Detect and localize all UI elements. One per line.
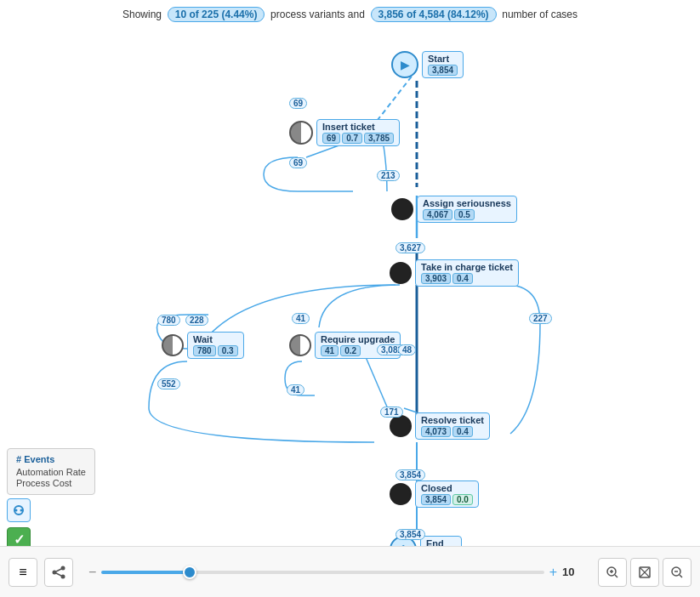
zoom-in-icon xyxy=(606,566,619,579)
start-node[interactable]: ▶ Start 3,854 xyxy=(391,51,464,78)
legend-item-1: Process Cost xyxy=(16,478,86,488)
svg-line-21 xyxy=(615,575,617,577)
edge-label-228: 228 xyxy=(185,315,208,326)
svg-point-15 xyxy=(61,574,65,578)
assign-seriousness-node[interactable]: Assign seriousness 4,067 0.5 xyxy=(391,196,517,223)
edges-svg xyxy=(0,26,700,537)
edge-label-3854a: 3,854 xyxy=(396,469,425,480)
edge-label-41a: 41 xyxy=(292,313,310,324)
zoom-controls xyxy=(598,558,691,587)
menu-button[interactable]: ≡ xyxy=(9,558,37,587)
slider-value: 10 xyxy=(562,566,583,578)
legend-box: # Events Automation Rate Process Cost xyxy=(7,448,95,495)
closed-node[interactable]: Closed 3,854 0.0 xyxy=(390,480,479,508)
svg-point-13 xyxy=(53,570,57,574)
resolve-ticket-node[interactable]: Resolve ticket 4,073 0.4 xyxy=(390,412,490,440)
edge-label-171: 171 xyxy=(380,407,403,418)
edge-label-780: 780 xyxy=(157,315,180,326)
process-variants-text: process variants and xyxy=(270,9,365,20)
zoom-in-button[interactable] xyxy=(598,558,627,587)
graph-button[interactable] xyxy=(44,558,73,587)
svg-point-11 xyxy=(15,509,18,512)
edge-label-3627: 3,627 xyxy=(396,242,425,253)
svg-line-17 xyxy=(56,573,61,576)
edge-label-213: 213 xyxy=(377,170,400,181)
edge-label-48: 48 xyxy=(398,344,416,355)
slider-max-label: + xyxy=(549,565,557,580)
menu-icon: ≡ xyxy=(19,565,26,580)
graph-icon xyxy=(51,565,66,580)
slider-container[interactable]: − + 10 xyxy=(80,565,591,580)
legend-title: # Events xyxy=(16,454,86,464)
process-map-canvas: ▶ Start 3,854 Insert ticket 69 0.7 3,785… xyxy=(0,26,700,537)
edge-label-227: 227 xyxy=(529,313,552,324)
zoom-reset-button[interactable] xyxy=(630,558,659,587)
edge-label-552: 552 xyxy=(157,378,180,389)
wait-node[interactable]: Wait 780 0.3 xyxy=(162,332,244,359)
edge-label-41b: 41 xyxy=(287,384,304,395)
edge-label-3854b: 3,854 xyxy=(396,529,425,540)
variants-badge: 10 of 225 (4.44%) xyxy=(168,7,265,22)
insert-ticket-node[interactable]: Insert ticket 69 0.7 3,785 xyxy=(289,119,400,146)
svg-line-16 xyxy=(56,569,61,571)
top-bar: Showing 10 of 225 (4.44%) process varian… xyxy=(0,7,700,22)
take-in-charge-node[interactable]: Take in charge ticket 3,903 0.4 xyxy=(390,259,519,287)
zoom-out-button[interactable] xyxy=(663,558,691,587)
svg-line-27 xyxy=(680,575,682,577)
slider-thumb[interactable] xyxy=(183,566,196,579)
edge-label-69b: 69 xyxy=(289,157,307,168)
bottom-bar: ≡ − + 10 xyxy=(0,546,700,597)
cases-text: number of cases xyxy=(502,9,578,20)
zoom-reset-icon xyxy=(638,566,652,579)
circle-tool[interactable] xyxy=(7,498,31,522)
svg-point-14 xyxy=(61,566,65,570)
svg-point-12 xyxy=(20,509,23,512)
slider-track[interactable] xyxy=(101,571,543,574)
cases-badge: 3,856 of 4,584 (84.12%) xyxy=(371,7,497,22)
zoom-out-icon xyxy=(670,566,684,579)
legend-item-0: Automation Rate xyxy=(16,467,86,477)
showing-text: Showing xyxy=(122,9,162,20)
edge-label-69a: 69 xyxy=(289,98,307,109)
slider-min-label: − xyxy=(88,565,96,580)
